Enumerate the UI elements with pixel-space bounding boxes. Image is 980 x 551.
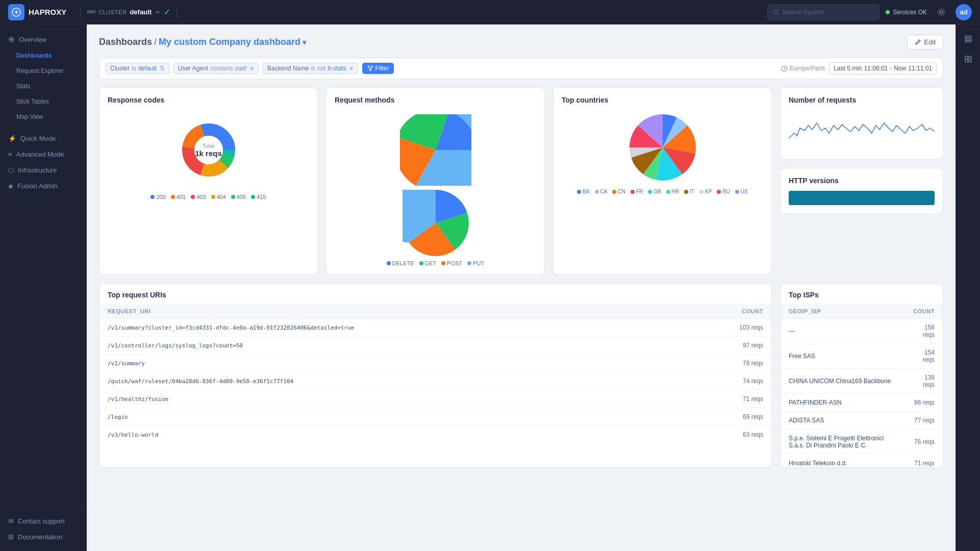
filter-button[interactable]: Filter [362,63,394,74]
breadcrumb-current[interactable]: My custom Company dashboard [159,37,300,47]
cluster-label: CLUSTER [98,9,127,15]
legend-post: POST [441,260,462,266]
col-uri-header: REQUEST_URI [99,304,683,319]
request-methods-svg [400,114,471,186]
filter-cluster-key: Cluster [110,65,130,72]
top-countries-legend: BA CA CN FR GB HR IT KP RU US [577,189,748,194]
isp-cell: PATHFINDER-ASN [781,394,904,412]
edit-button[interactable]: Edit [907,35,943,49]
svg-rect-25 [969,60,971,62]
response-codes-legend: 200 401 403 404 405 415 [150,194,266,200]
table-row: /v1/summary 78 reqs [99,355,771,372]
uri-cell: /v1/controller/logs/syslog_logs?count=50 [99,337,683,355]
contact-support-icon: ✉ [8,517,14,525]
page-header: Dashboards / My custom Company dashboard… [99,35,943,49]
search-input[interactable] [783,9,874,16]
dashboard-grid-row1: Response codes [99,87,943,275]
right-column: Number of requests HTTP versions [780,87,943,275]
panel-table-icon-button[interactable] [960,31,976,47]
sidebar-item-fusion-admin[interactable]: ◈ Fusion Admin [0,178,87,194]
top-request-uris-title: Top request URIs [99,284,771,304]
sidebar-item-request-explorer[interactable]: Request Explorer [0,63,87,79]
isp-count-cell: 77 reqs [904,412,943,430]
breadcrumb-parent: Dashboards [99,37,152,47]
count-cell: 103 reqs [683,319,771,337]
isp-cell: Free SAS [781,344,904,369]
svg-rect-23 [969,56,971,59]
top-isps-table: GEOIP_ISP COUNT — 156 reqs Free SAS 154 … [781,304,943,467]
sidebar-item-advanced-mode-label: Advanced Mode [16,151,64,158]
gear-icon [937,8,945,16]
sidebar-item-fusion-admin-label: Fusion Admin [17,182,58,190]
list-item: S.p.e. Sistemi E Progetti Elettronici S.… [781,430,943,455]
list-item: CHINA UNICOM China169 Backbone 139 reqs [781,369,943,394]
fusion-admin-icon: ◈ [8,182,13,190]
request-methods-proper-svg [403,190,469,256]
filter-backend-close[interactable]: × [349,65,353,72]
svg-rect-2 [92,11,95,13]
top-request-uris-header-row: REQUEST_URI COUNT [99,304,771,319]
documentation-icon: ⊞ [8,533,14,541]
sidebar-item-stats[interactable]: Stats [0,79,87,94]
isp-cell: CHINA UNICOM China169 Backbone [781,369,904,394]
legend-delete: DELETE [387,260,414,266]
time-range-label: Last 5 min [834,65,862,72]
sidebar-item-dashboards[interactable]: Dashboards [0,48,87,63]
sidebar-item-advanced-mode[interactable]: ≡ Advanced Mode [0,146,87,162]
top-isps-scroll[interactable]: GEOIP_ISP COUNT — 156 reqs Free SAS 154 … [781,304,943,467]
isp-count-cell: 139 reqs [904,369,943,394]
legend-cn: CN [612,189,625,194]
request-methods-legend: DELETE GET POST PUT [387,260,484,266]
bottom-grid: Top request URIs REQUEST_URI COUNT /v1/s… [99,283,943,468]
legend-200: 200 [150,194,165,200]
table-row: /login 69 reqs [99,408,771,426]
advanced-mode-icon: ≡ [8,151,12,158]
quick-mode-icon: ⚡ [8,135,16,142]
edit-button-label: Edit [924,38,936,46]
response-codes-title: Response codes [108,96,309,104]
table-row: /v3/hello-world 63 reqs [99,426,771,444]
request-methods-title: Request methods [335,96,536,104]
isp-cell: ADISTA SAS [781,412,904,430]
top-isps-widget: Top ISPs GEOIP_ISP COUNT — 156 reqs Free… [780,283,943,468]
sidebar-item-overview[interactable]: ⊕ Overview [0,31,87,48]
legend-403: 403 [191,194,206,200]
sidebar-item-infrastructure[interactable]: ⬡ Infrastructure [0,162,87,178]
isp-count-cell: 76 reqs [904,430,943,455]
settings-button[interactable] [933,4,949,20]
uri-cell: /v3/hello-world [99,426,683,444]
sidebar-item-stick-tables-label: Stick Tables [16,98,49,105]
top-countries-title: Top countries [562,96,763,104]
http-versions-title: HTTP versions [789,177,935,185]
col-count-header: COUNT [683,304,771,319]
filter-useragent-close[interactable]: × [249,65,254,72]
filter-bar: Cluster is default ⇅ User Agent contains… [99,58,943,79]
user-avatar[interactable]: ad [956,4,972,20]
top-isps-thead: GEOIP_ISP COUNT [781,304,943,319]
panel-layout-icon-button[interactable] [960,51,976,67]
sidebar-item-map-view[interactable]: Map View [0,109,87,124]
top-request-uris-scroll[interactable]: REQUEST_URI COUNT /v1/summary?cluster_id… [99,304,771,443]
cluster-dropdown-icon[interactable] [155,9,161,15]
time-range[interactable]: Last 5 min 11:06:01 › Now 11:11:01 [829,62,937,74]
filter-useragent-op: contains [210,65,233,72]
filter-cluster-sort[interactable]: ⇅ [160,65,165,72]
legend-it: IT [684,189,694,194]
sidebar-item-documentation[interactable]: ⊞ Documentation [0,529,87,545]
sidebar-item-quick-mode[interactable]: ⚡ Quick Mode [0,131,87,146]
filter-backend-key: Backend Name [267,65,309,72]
sidebar-item-contact-support-label: Contact support [18,517,65,525]
response-codes-chart: Total 1k reqs 200 401 403 404 405 415 [108,110,309,200]
sidebar-item-stick-tables[interactable]: Stick Tables [0,94,87,109]
cluster-icon [87,8,95,16]
request-methods-chart: DELETE GET POST PUT [335,110,536,266]
sidebar-item-contact-support[interactable]: ✉ Contact support [0,513,87,529]
sidebar-item-infrastructure-label: Infrastructure [18,166,57,174]
sidebar-bottom: ✉ Contact support ⊞ Documentation [0,507,87,545]
legend-404: 404 [211,194,226,200]
breadcrumb-dropdown-icon[interactable]: ▾ [303,38,306,46]
logo: HAPROXY [8,4,66,20]
list-item: Free SAS 154 reqs [781,344,943,369]
uri-cell: /login [99,408,683,426]
sidebar-item-stats-label: Stats [16,83,30,90]
